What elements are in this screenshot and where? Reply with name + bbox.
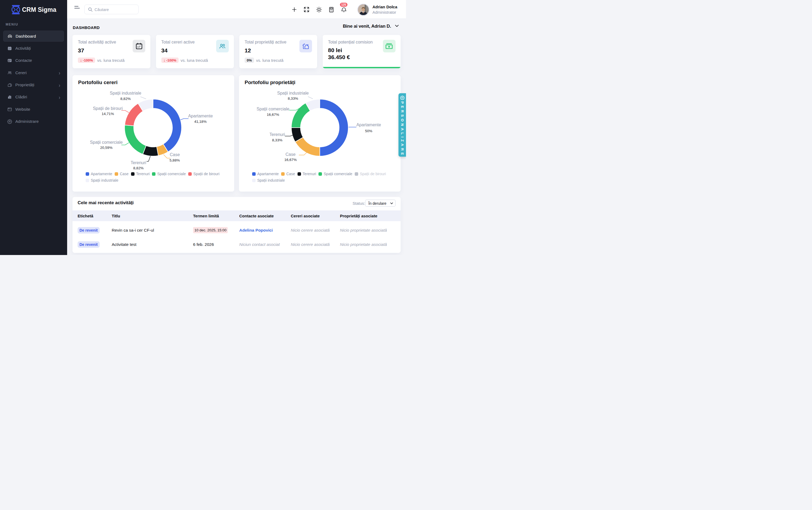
svg-text:Spații industriale: Spații industriale [110, 91, 142, 95]
svg-text:50%: 50% [365, 129, 372, 133]
svg-text:Spații comerciale: Spații comerciale [90, 140, 123, 145]
svg-text:Apartamente: Apartamente [356, 122, 381, 127]
svg-text:8,82%: 8,82% [120, 97, 130, 101]
svg-text:Spații industriale: Spații industriale [277, 91, 309, 95]
svg-text:Case: Case [285, 152, 295, 157]
svg-text:8,33%: 8,33% [272, 138, 282, 142]
svg-text:Apartamente: Apartamente [188, 114, 213, 118]
svg-text:Terenuri: Terenuri [270, 132, 285, 137]
svg-text:41,18%: 41,18% [194, 119, 207, 123]
svg-text:5,88%: 5,88% [170, 158, 180, 162]
svg-text:20,59%: 20,59% [100, 146, 113, 150]
svg-text:8,82%: 8,82% [133, 166, 143, 170]
svg-text:16,67%: 16,67% [267, 113, 279, 117]
svg-text:8,33%: 8,33% [288, 96, 298, 101]
svg-text:14,71%: 14,71% [102, 112, 114, 116]
svg-text:Spații de birouri: Spații de birouri [93, 106, 123, 111]
svg-text:Case: Case [170, 152, 180, 157]
svg-text:Terenuri: Terenuri [131, 161, 146, 165]
svg-text:16,67%: 16,67% [284, 158, 297, 162]
svg-text:Spații comerciale: Spații comerciale [257, 107, 290, 111]
